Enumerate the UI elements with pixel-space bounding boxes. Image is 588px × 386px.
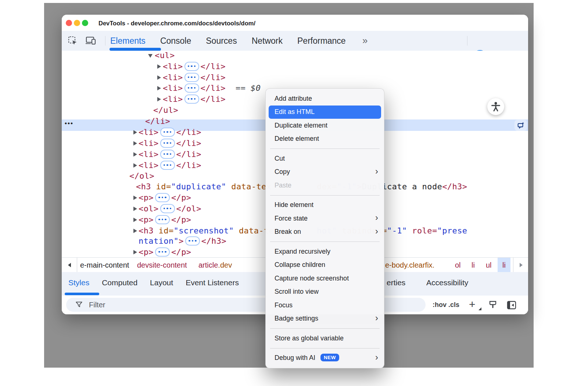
menu-item-scroll-into-view[interactable]: Scroll into view: [266, 285, 384, 299]
node-more-actions-dots[interactable]: •••: [65, 120, 74, 127]
dom-tree-row[interactable]: <ul>: [155, 50, 175, 61]
dom-tree-row[interactable]: <li></li>: [139, 160, 201, 171]
disclosure-collapsed-arrow[interactable]: [133, 163, 137, 168]
menu-item-badge-settings[interactable]: Badge settings›: [266, 312, 384, 326]
dom-tree-row[interactable]: <h3 id="duplicate" data-tex: [136, 181, 271, 192]
dom-tree-row[interactable]: </ul>: [153, 105, 178, 116]
breadcrumb-item[interactable]: article.dev: [198, 258, 232, 272]
tab-network[interactable]: Network: [252, 36, 283, 46]
dom-tree-row[interactable]: <p></p>: [139, 192, 191, 203]
disclosure-collapsed-arrow[interactable]: [157, 86, 161, 90]
traffic-light-zoom[interactable]: [82, 20, 88, 26]
disclosure-collapsed-arrow[interactable]: [133, 218, 137, 222]
menu-item-cut[interactable]: Cut: [266, 152, 384, 165]
element-classes-toggle[interactable]: .cls: [448, 296, 459, 314]
breadcrumb-item[interactable]: ul: [486, 258, 492, 272]
dom-tree-row[interactable]: <p></p>: [139, 247, 191, 258]
sidebar-tab-erties[interactable]: erties: [387, 272, 405, 293]
dom-tree-row[interactable]: <li></li>: [139, 127, 201, 138]
sidebar-tab-layout[interactable]: Layout: [150, 278, 173, 287]
sidebar-tab-styles[interactable]: Styles: [68, 278, 89, 287]
breadcrumb-item[interactable]: li: [498, 258, 510, 272]
paint-brush-icon[interactable]: [488, 300, 498, 310]
sidebar-tab-computed[interactable]: Computed: [102, 278, 137, 287]
disclosure-collapsed-arrow[interactable]: [133, 152, 137, 157]
collapsed-content-ellipsis[interactable]: [155, 247, 170, 257]
collapsed-content-ellipsis[interactable]: [160, 150, 175, 159]
dom-tree-row[interactable]: ntation"></h3>: [139, 236, 226, 247]
dom-tree-row[interactable]: <li></li>: [163, 72, 226, 83]
breadcrumb-item[interactable]: devsite-content: [137, 258, 187, 272]
dom-tree-row[interactable]: <li></li>: [163, 94, 226, 105]
menu-item-store-as-global-variable[interactable]: Store as global variable: [266, 332, 384, 345]
more-tabs-icon[interactable]: »: [362, 35, 368, 46]
collapsed-content-ellipsis[interactable]: [184, 62, 199, 71]
dom-tree-row[interactable]: <li></li>: [163, 61, 226, 72]
disclosure-collapsed-arrow[interactable]: [133, 207, 137, 211]
traffic-light-close[interactable]: [66, 20, 72, 26]
collapsed-content-ellipsis[interactable]: [160, 204, 175, 213]
disclosure-collapsed-arrow[interactable]: [157, 75, 161, 80]
collapsed-content-ellipsis[interactable]: [160, 128, 175, 137]
disclosure-collapsed-arrow[interactable]: [133, 196, 137, 200]
collapsed-content-ellipsis[interactable]: [185, 236, 200, 246]
collapsed-content-ellipsis[interactable]: [160, 161, 175, 170]
breadcrumb-scroll-right-button[interactable]: [513, 258, 528, 272]
menu-item-delete-element[interactable]: Delete element: [266, 132, 384, 146]
breadcrumb-item[interactable]: li: [472, 258, 475, 272]
menu-item-focus[interactable]: Focus: [266, 299, 384, 312]
disclosure-collapsed-arrow[interactable]: [133, 141, 137, 146]
tab-sources[interactable]: Sources: [206, 36, 237, 46]
disclosure-collapsed-arrow[interactable]: [133, 229, 137, 233]
breadcrumb-item[interactable]: e-main-content: [80, 258, 129, 272]
disclosure-collapsed-arrow[interactable]: [133, 130, 137, 135]
sidebar-tab-event-listeners[interactable]: Event Listeners: [186, 278, 239, 287]
menu-item-copy[interactable]: Copy›: [266, 165, 384, 179]
sidebar-tab-accessibility[interactable]: Accessibility: [426, 272, 468, 293]
collapsed-content-ellipsis[interactable]: [184, 73, 199, 82]
menu-item-add-attribute[interactable]: Add attribute: [266, 92, 384, 106]
menu-item-expand-recursively[interactable]: Expand recursively: [266, 245, 384, 258]
accessibility-person-icon[interactable]: [487, 98, 504, 115]
code-token: devsite-content: [137, 261, 187, 269]
disclosure-collapsed-arrow[interactable]: [157, 97, 161, 101]
dom-tree-row[interactable]: <li></li>: [139, 138, 201, 149]
tab-elements[interactable]: Elements: [110, 36, 146, 46]
menu-item-force-state[interactable]: Force state›: [266, 212, 384, 225]
menu-item-edit-as-html[interactable]: Edit as HTML: [269, 106, 381, 119]
menu-item-debug-with-ai[interactable]: Debug with AINEW›: [266, 351, 384, 365]
new-style-rule-button[interactable]: +: [469, 296, 476, 314]
breadcrumb-scroll-left-button[interactable]: [62, 258, 77, 272]
tab-performance[interactable]: Performance: [297, 36, 346, 46]
collapsed-content-ellipsis[interactable]: [155, 193, 170, 202]
traffic-light-minimize[interactable]: [74, 20, 80, 26]
tab-console[interactable]: Console: [160, 36, 191, 46]
dom-tree-row[interactable]: </ol>: [129, 171, 154, 182]
collapsed-content-ellipsis[interactable]: [155, 215, 170, 224]
disclosure-collapsed-arrow[interactable]: [133, 250, 137, 254]
dom-tree-row[interactable]: </li>: [145, 116, 170, 127]
dom-tree-row[interactable]: <p></p>: [139, 214, 191, 225]
inspect-element-icon[interactable]: [68, 36, 78, 46]
disclosure-collapsed-arrow[interactable]: [157, 64, 161, 69]
collapsed-content-ellipsis[interactable]: [184, 94, 199, 104]
menu-item-capture-node-screenshot[interactable]: Capture node screenshot: [266, 272, 384, 285]
hide-panel-icon[interactable]: [506, 300, 517, 310]
collapsed-content-ellipsis[interactable]: [184, 83, 199, 93]
collapsed-content-ellipsis[interactable]: [160, 139, 175, 148]
hover-state-toggle[interactable]: :hov: [433, 296, 447, 314]
ai-hint-button[interactable]: [514, 120, 527, 131]
breadcrumb-item[interactable]: ol: [455, 258, 461, 272]
menu-item-break-on[interactable]: Break on›: [266, 225, 384, 239]
menu-item-duplicate-element[interactable]: Duplicate element: [266, 119, 384, 132]
dom-tree-row[interactable]: <ol></ol>: [139, 203, 201, 214]
dom-tree-row[interactable]: <li></li>: [139, 149, 201, 160]
dom-tree-row[interactable]: <h3 id="screenshot" data-te: [139, 225, 274, 236]
device-toolbar-icon[interactable]: [85, 36, 96, 46]
menu-item-hide-element[interactable]: Hide element: [266, 199, 384, 212]
disclosure-expanded-arrow[interactable]: [148, 54, 153, 58]
menu-item-collapse-children[interactable]: Collapse children: [266, 258, 384, 272]
breadcrumb-item[interactable]: e-body.clearfix.: [385, 258, 434, 272]
dom-tree-row-selected[interactable]: <li></li> == $0: [163, 83, 261, 94]
menu-item-paste[interactable]: Paste: [266, 179, 384, 192]
